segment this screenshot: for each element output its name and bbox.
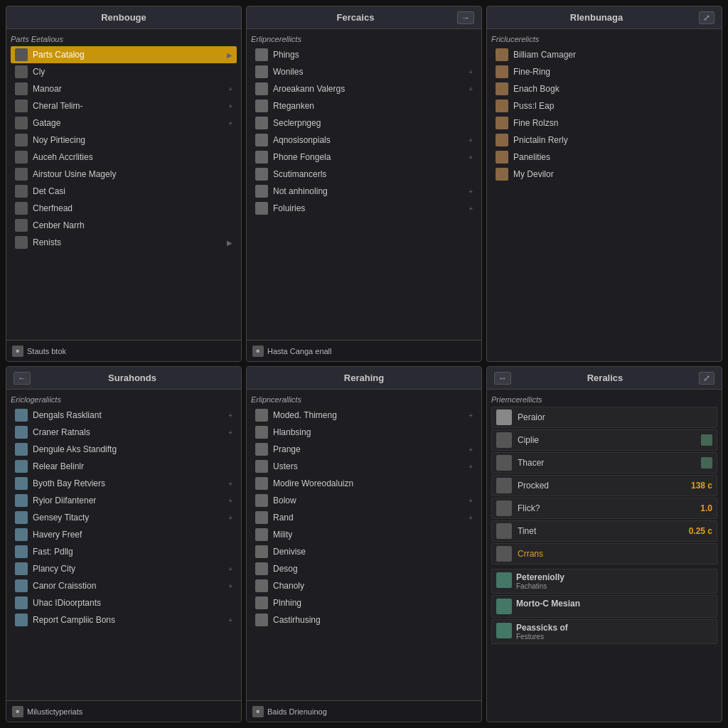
panel-btn-arrow-right-tm[interactable]: → xyxy=(457,11,474,24)
relic-item[interactable]: Crrans xyxy=(491,543,717,564)
list-item[interactable]: Havery Freef xyxy=(11,526,237,543)
panel-btn-expand-br[interactable]: ⤢ xyxy=(699,372,714,385)
item-label: Desog xyxy=(273,564,473,574)
list-item[interactable]: Fine-Ring xyxy=(491,63,717,80)
footer-btn-milust[interactable]: ■ Milustictyperiats xyxy=(12,706,82,717)
list-item[interactable]: Gensey Titacty+ xyxy=(11,509,237,526)
panel-footer-bottom-middle[interactable]: ■ Baids Drienuinog xyxy=(247,700,481,722)
section-label-fricl-tr: Friclucerelicts xyxy=(491,35,717,43)
list-item[interactable]: Canor Craisstion+ xyxy=(11,577,237,594)
list-item[interactable]: Moded. Thimeng+ xyxy=(251,407,477,424)
footer-btn-stauts[interactable]: ■ Stauts btok xyxy=(12,346,66,357)
list-item[interactable]: Renists▶ xyxy=(11,234,237,251)
relic-item[interactable]: Thacer xyxy=(491,452,717,473)
item-plus-icon: + xyxy=(469,514,473,522)
item-icon xyxy=(15,511,28,524)
panel-title-fercaics: Fercaics xyxy=(254,12,457,23)
list-item[interactable]: My Devilor xyxy=(491,166,717,183)
list-item[interactable]: Cly xyxy=(11,63,237,80)
list-item[interactable]: Usters+ xyxy=(251,458,477,475)
list-item[interactable]: Dengule Aks Standiftg xyxy=(11,441,237,458)
list-item[interactable]: Castirhusing xyxy=(251,611,477,628)
list-item[interactable]: Aroeakann Valergs+ xyxy=(251,80,477,97)
item-icon xyxy=(496,623,512,638)
item-label: Prange xyxy=(273,444,469,454)
list-item[interactable]: Enach Bogk xyxy=(491,80,717,97)
list-item[interactable]: Woniles+ xyxy=(251,63,477,80)
list-item[interactable]: Prange+ xyxy=(251,441,477,458)
list-item[interactable]: Cheral Telim-+ xyxy=(11,97,237,114)
panel-footer-top-middle[interactable]: ■ Hasta Canga enall xyxy=(247,340,481,361)
list-item[interactable]: Modire Woreodaluizn xyxy=(251,475,477,492)
list-item[interactable]: Noy Pirtiecing xyxy=(11,132,237,149)
list-item[interactable]: Bolow+ xyxy=(251,492,477,509)
list-item[interactable]: Panelities xyxy=(491,149,717,166)
list-item[interactable]: Billiam Camager xyxy=(491,46,717,63)
relic-item[interactable]: Ciplie xyxy=(491,429,717,451)
item-label: Phings xyxy=(273,50,473,60)
relic-item[interactable]: Peraior xyxy=(491,407,717,428)
list-item[interactable]: Airstour Usine Magely xyxy=(11,166,237,183)
list-item[interactable]: Fast: Pdllg xyxy=(11,543,237,560)
panel-btn-expand-tr[interactable]: ⤢ xyxy=(699,11,714,24)
list-item[interactable]: Ryior Diifantener+ xyxy=(11,492,237,509)
relic-item[interactable]: Procked138 c xyxy=(491,475,717,496)
panel-title-surahonds: Surahonds xyxy=(31,373,234,383)
list-item[interactable]: Hlanbsing xyxy=(251,424,477,441)
list-item[interactable]: Mility xyxy=(251,526,477,543)
list-item[interactable]: Manoar+ xyxy=(11,80,237,97)
relic-item[interactable]: Tinet0.25 c xyxy=(491,520,717,542)
list-item[interactable]: Parts Catalog▶ xyxy=(11,46,237,63)
item-label: Seclerpngeg xyxy=(273,118,473,128)
list-item[interactable]: Rand+ xyxy=(251,509,477,526)
list-item[interactable]: Not anhinoling+ xyxy=(251,183,477,200)
item-label: Fast: Pdllg xyxy=(33,547,232,557)
list-item[interactable]: Auceh Accrlities xyxy=(11,149,237,166)
list-item[interactable]: Puss:l Eap xyxy=(491,97,717,114)
list-item[interactable]: Chanoly xyxy=(251,577,477,594)
relic-item-value: 138 c xyxy=(691,481,712,491)
list-item[interactable]: Dengals Raskliant+ xyxy=(11,407,237,424)
list-item[interactable]: Desog xyxy=(251,560,477,577)
list-item[interactable]: Phone Fongela+ xyxy=(251,149,477,166)
relic-item[interactable]: Flick?1.0 xyxy=(491,498,717,519)
list-item[interactable]: Rteganken xyxy=(251,97,477,114)
item-label: Castirhusing xyxy=(273,615,473,625)
footer-btn-baids[interactable]: ■ Baids Drienuinog xyxy=(252,706,327,717)
item-icon xyxy=(496,599,512,614)
list-item[interactable]: Gatage+ xyxy=(11,114,237,132)
list-item[interactable]: Phings xyxy=(251,46,477,63)
list-item[interactable]: Aqnosisonpials+ xyxy=(251,132,477,149)
list-item[interactable]: Scutimancerls xyxy=(251,166,477,183)
panel-btn-back-bl[interactable]: ← xyxy=(14,372,31,385)
footer-btn-hasta[interactable]: ■ Hasta Canga enall xyxy=(252,346,332,357)
list-item[interactable]: Plancy City+ xyxy=(11,560,237,577)
list-item[interactable]: Report Campliic Bons+ xyxy=(11,611,237,628)
panel-title-renbouge: Renbouge xyxy=(14,12,234,23)
list-item[interactable]: Byoth Bay Retviers+ xyxy=(11,475,237,492)
list-item[interactable]: Relear Belinlr xyxy=(11,458,237,475)
list-item[interactable]: Craner Ratnals+ xyxy=(11,424,237,441)
list-item[interactable]: Plnhing xyxy=(251,594,477,611)
list-item[interactable]: Foluiries+ xyxy=(251,200,477,217)
list-item[interactable]: Uhac IDioorptants xyxy=(11,594,237,611)
relic-group-title: Morto-C Mesian xyxy=(516,599,580,609)
panel-footer-top-left[interactable]: ■ Stauts btok xyxy=(6,340,241,361)
relic-group-item[interactable]: Peassicks ofFestures xyxy=(491,619,717,644)
item-icon xyxy=(255,545,268,558)
list-item[interactable]: Denivise xyxy=(251,543,477,560)
list-item[interactable]: Pnictalin Rerly xyxy=(491,132,717,149)
relic-group-item[interactable]: PetereniollyFachatins xyxy=(491,569,717,594)
item-icon xyxy=(15,443,28,456)
item-label: Cly xyxy=(33,67,232,77)
list-item[interactable]: Cherfnead xyxy=(11,200,237,217)
list-item[interactable]: Fine Rolzsn xyxy=(491,114,717,132)
list-item[interactable]: Cenber Narrh xyxy=(11,217,237,234)
panel-btn-swap-br[interactable]: ↔ xyxy=(494,372,511,385)
relic-group-item[interactable]: Morto-C Mesian xyxy=(491,595,717,618)
list-item[interactable]: Seclerpngeg xyxy=(251,114,477,132)
relic-item-label: Flick? xyxy=(518,503,700,513)
panel-footer-bottom-left[interactable]: ■ Milustictyperiats xyxy=(6,700,241,722)
list-item[interactable]: Det Casi xyxy=(11,183,237,200)
item-plus-icon: + xyxy=(228,514,232,522)
